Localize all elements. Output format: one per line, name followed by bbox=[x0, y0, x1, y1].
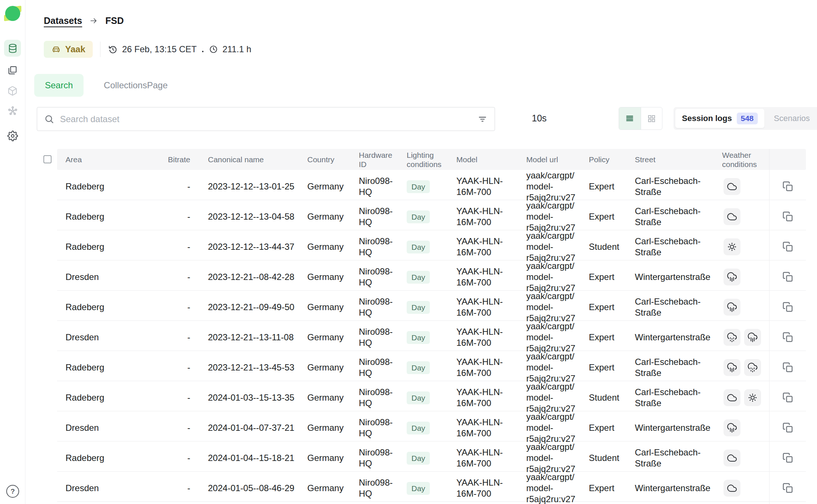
day-badge: Day bbox=[407, 210, 430, 223]
cell-policy: Student bbox=[589, 452, 635, 464]
collections-icon bbox=[7, 65, 18, 75]
col-header-country: Country bbox=[307, 155, 359, 164]
sidebar-item-pipelines[interactable] bbox=[4, 102, 21, 119]
table-row[interactable]: Radeberg - 2024-01-04--15-18-21 Germany … bbox=[57, 441, 806, 472]
cell-actions bbox=[769, 321, 806, 354]
table-body: Radeberg - 2023-12-12--13-01-25 Germany … bbox=[57, 170, 806, 502]
table-row[interactable]: Radeberg - 2023-12-12--13-01-25 Germany … bbox=[57, 170, 806, 200]
table-row[interactable]: Dresden - 2023-12-21--13-11-08 Germany N… bbox=[57, 321, 806, 351]
copy-icon[interactable] bbox=[780, 420, 796, 436]
cell-weather bbox=[722, 359, 769, 376]
select-all-checkbox[interactable] bbox=[43, 155, 52, 163]
list-icon bbox=[625, 114, 634, 123]
tab-collectionspage[interactable]: CollectionsPage bbox=[93, 74, 178, 97]
cell-policy: Student bbox=[589, 241, 635, 252]
cell-lighting: Day bbox=[407, 241, 456, 253]
sun-icon bbox=[744, 389, 761, 406]
breadcrumb-datasets-link[interactable]: Datasets bbox=[44, 15, 82, 26]
copy-icon[interactable] bbox=[780, 330, 796, 345]
table-row[interactable]: Dresden - 2023-12-21--08-42-28 Germany N… bbox=[57, 260, 806, 291]
cell-model: YAAK-HLN-16M-700 bbox=[456, 477, 526, 499]
cell-actions bbox=[769, 260, 806, 294]
col-header-area: Area bbox=[57, 155, 167, 164]
list-view-button[interactable] bbox=[619, 107, 641, 129]
cell-model-url: yaak/​cargpt/​model-r5ajq2ru:v27 bbox=[526, 472, 589, 504]
divider bbox=[100, 42, 100, 57]
logo-circle bbox=[5, 6, 20, 21]
table-row[interactable]: Radeberg - 2023-12-12--13-44-37 Germany … bbox=[57, 230, 806, 260]
copy-icon[interactable] bbox=[780, 480, 796, 496]
drizzle-icon bbox=[744, 359, 761, 376]
drizzle-icon bbox=[724, 329, 740, 346]
grid-view-button[interactable] bbox=[641, 107, 662, 129]
cell-canonical-name: 2023-12-21--13-45-53 bbox=[193, 362, 307, 373]
cell-lighting: Day bbox=[407, 422, 456, 434]
cell-area: Radeberg bbox=[57, 362, 167, 373]
cell-bitrate: - bbox=[167, 211, 193, 222]
cell-policy: Expert bbox=[589, 332, 635, 343]
cell-lighting: Day bbox=[407, 180, 456, 193]
sidebar-item-collections[interactable] bbox=[4, 62, 21, 79]
cell-model: YAAK-HLN-16M-700 bbox=[456, 236, 526, 258]
scenarios-segment[interactable]: Scenarios bbox=[764, 109, 817, 128]
copy-icon[interactable] bbox=[780, 209, 796, 224]
cell-hardware-id: Niro098-HQ bbox=[359, 417, 407, 439]
cell-street: Carl-Eschebach-Straße bbox=[635, 175, 722, 198]
cell-model-url: yaak/​cargpt/​model-r5ajq2ru:v27 bbox=[526, 230, 589, 263]
cell-actions bbox=[769, 472, 806, 504]
col-header-weather-conditions: Weather conditions bbox=[722, 150, 769, 169]
copy-icon[interactable] bbox=[780, 390, 796, 405]
cell-bitrate: - bbox=[167, 181, 193, 192]
help-button[interactable]: ? bbox=[6, 485, 19, 498]
rain-icon bbox=[724, 299, 740, 316]
cell-country: Germany bbox=[307, 181, 359, 192]
copy-icon[interactable] bbox=[780, 450, 796, 466]
copy-icon[interactable] bbox=[780, 179, 796, 194]
cell-canonical-name: 2023-12-12--13-04-58 bbox=[193, 211, 307, 222]
cell-hardware-id: Niro098-HQ bbox=[359, 477, 407, 499]
table-row[interactable]: Radeberg - 2023-12-21--13-45-53 Germany … bbox=[57, 351, 806, 381]
cell-actions bbox=[769, 351, 806, 384]
session-logs-count-badge: 548 bbox=[737, 113, 758, 124]
cell-actions bbox=[769, 291, 806, 324]
cell-hardware-id: Niro098-HQ bbox=[359, 356, 407, 379]
col-header-actions bbox=[769, 149, 806, 170]
cell-country: Germany bbox=[307, 302, 359, 313]
day-badge: Day bbox=[407, 482, 430, 495]
log-type-segmented-control: Session logs 548 Scenarios bbox=[673, 107, 817, 130]
cell-actions bbox=[769, 230, 806, 263]
table-row[interactable]: Radeberg - 2023-12-21--09-49-50 Germany … bbox=[57, 291, 806, 321]
filter-icon[interactable] bbox=[478, 114, 487, 124]
col-header-model: Model bbox=[456, 155, 526, 164]
cloud-icon bbox=[724, 450, 740, 466]
cell-street: Carl-Eschebach-Straße bbox=[635, 206, 722, 228]
app-logo[interactable] bbox=[4, 4, 22, 23]
tab-search[interactable]: Search bbox=[34, 74, 84, 97]
cell-area: Radeberg bbox=[57, 392, 167, 403]
cell-actions bbox=[769, 381, 806, 414]
cell-policy: Expert bbox=[589, 211, 635, 222]
search-input[interactable] bbox=[60, 114, 478, 124]
sun-icon bbox=[724, 238, 740, 255]
cell-weather bbox=[722, 269, 769, 285]
session-logs-segment[interactable]: Session logs 548 bbox=[675, 109, 764, 128]
table-row[interactable]: Dresden - 2024-01-05--08-46-29 Germany N… bbox=[57, 472, 806, 502]
cell-policy: Expert bbox=[589, 181, 635, 192]
cell-bitrate: - bbox=[167, 271, 193, 283]
day-badge: Day bbox=[407, 271, 430, 284]
box-icon bbox=[7, 86, 18, 96]
cell-area: Radeberg bbox=[57, 211, 167, 222]
sidebar-item-models[interactable] bbox=[4, 82, 21, 99]
copy-icon[interactable] bbox=[780, 269, 796, 285]
sidebar-item-settings[interactable] bbox=[4, 127, 21, 144]
copy-icon[interactable] bbox=[780, 239, 796, 255]
copy-icon[interactable] bbox=[780, 360, 796, 375]
cell-policy: Expert bbox=[589, 271, 635, 283]
copy-icon[interactable] bbox=[780, 299, 796, 315]
table-row[interactable]: Radeberg - 2023-12-12--13-04-58 Germany … bbox=[57, 200, 806, 230]
dataset-table: Area Bitrate Canonical name Country Hard… bbox=[37, 149, 806, 502]
table-row[interactable]: Radeberg - 2024-01-03--15-13-35 Germany … bbox=[57, 381, 806, 411]
sidebar-item-datasets[interactable] bbox=[4, 40, 21, 57]
table-row[interactable]: Dresden - 2024-01-04--07-37-21 Germany N… bbox=[57, 411, 806, 441]
car-icon bbox=[51, 45, 61, 54]
